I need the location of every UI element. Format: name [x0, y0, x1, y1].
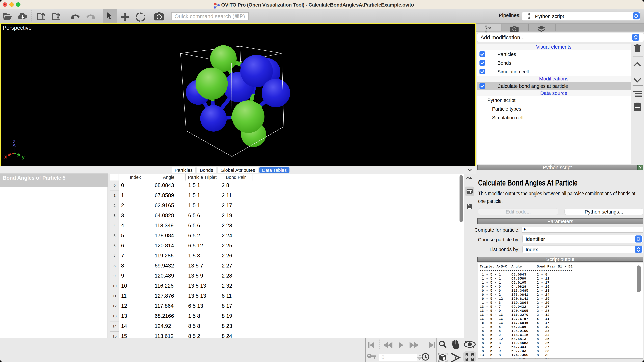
svg-text:z: z [13, 138, 16, 144]
svg-text:x: x [4, 153, 7, 160]
svg-text:y: y [22, 154, 25, 160]
